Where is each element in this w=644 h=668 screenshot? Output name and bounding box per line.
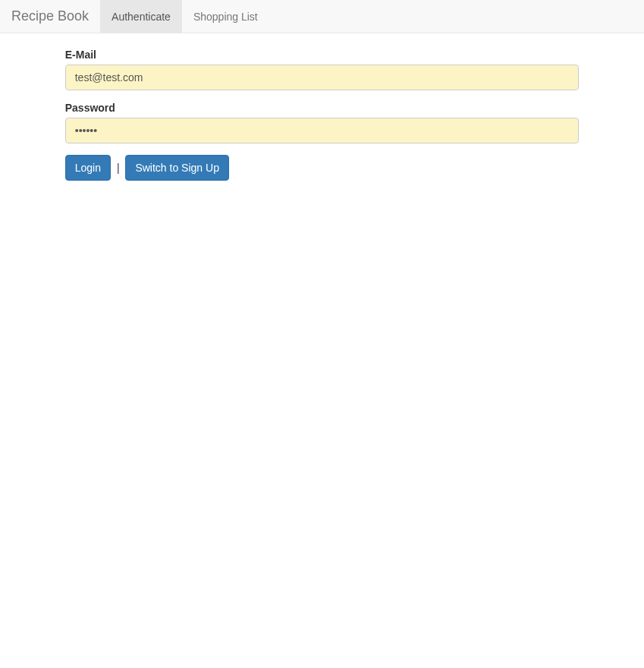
auth-form: E-Mail Password Login | Switch to Sign U… — [65, 49, 579, 181]
login-button[interactable]: Login — [65, 155, 111, 181]
nav-item-authenticate: Authenticate — [100, 0, 182, 33]
button-row: Login | Switch to Sign Up — [65, 155, 579, 181]
nav-list: Authenticate Shopping List — [100, 0, 269, 33]
password-group: Password — [65, 102, 579, 143]
button-separator: | — [117, 162, 120, 174]
password-field[interactable] — [65, 118, 579, 143]
nav-link-shopping-list[interactable]: Shopping List — [182, 0, 269, 33]
nav-link-authenticate[interactable]: Authenticate — [100, 0, 182, 33]
row: E-Mail Password Login | Switch to Sign U… — [0, 33, 644, 181]
email-field[interactable] — [65, 65, 579, 90]
navbar-brand[interactable]: Recipe Book — [0, 0, 100, 33]
nav-item-shopping-list: Shopping List — [182, 0, 269, 33]
navbar: Recipe Book Authenticate Shopping List — [0, 0, 644, 33]
form-column: E-Mail Password Login | Switch to Sign U… — [54, 33, 590, 181]
switch-mode-button[interactable]: Switch to Sign Up — [125, 155, 229, 181]
password-label: Password — [65, 102, 579, 114]
main-container: E-Mail Password Login | Switch to Sign U… — [0, 33, 644, 181]
email-group: E-Mail — [65, 49, 579, 90]
email-label: E-Mail — [65, 49, 579, 61]
